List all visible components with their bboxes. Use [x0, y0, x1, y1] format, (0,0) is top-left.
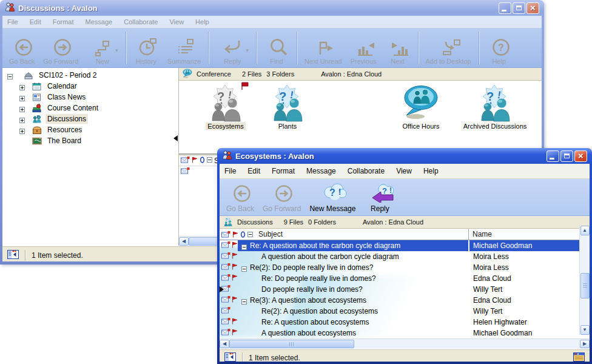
menu-message[interactable]: Message: [306, 167, 336, 175]
message-row[interactable]: Re(2): Do people really live in domes? M…: [220, 262, 590, 273]
panel-toggle-icon[interactable]: [7, 250, 19, 261]
toolbar-button-label: History: [136, 58, 156, 65]
scroll-right-icon[interactable]: ▶: [580, 340, 590, 348]
expand-box-icon[interactable]: [19, 84, 25, 89]
maximize-button[interactable]: [513, 2, 525, 14]
column-header[interactable]: Subject Name: [220, 229, 590, 240]
toolbar-separator: [126, 32, 126, 64]
toolbar-previous-button[interactable]: Previous: [346, 29, 381, 67]
conference-archived-discussions[interactable]: ?! Archived Discussions: [459, 84, 531, 130]
dropdown-arrow-icon[interactable]: ▾: [115, 47, 118, 53]
toolbar-go-back-button[interactable]: Go Back: [222, 180, 258, 215]
toolbar-reply-button[interactable]: ▾ Reply: [212, 29, 253, 67]
name-column-header[interactable]: Name: [468, 229, 590, 240]
conference-plants[interactable]: ?! Plants: [252, 84, 323, 130]
close-button[interactable]: [526, 2, 539, 14]
conference-office-hours[interactable]: Office Hours: [385, 84, 457, 130]
toolbar-find-button[interactable]: Find: [260, 29, 294, 67]
list-view-icon[interactable]: [573, 352, 585, 362]
read-marker-icon: [220, 286, 224, 292]
toolbar-next-unread-button[interactable]: Next Unread: [300, 29, 346, 67]
menu-view[interactable]: View: [169, 18, 184, 25]
scroll-up-icon[interactable]: ▲: [580, 226, 590, 235]
horizontal-scrollbar[interactable]: ◀ ▶: [220, 339, 590, 349]
vertical-scrollbar[interactable]: ▲ ▼: [579, 226, 590, 335]
collapse-thread-icon[interactable]: [241, 298, 247, 303]
expand-box-icon[interactable]: [19, 106, 25, 111]
close-button[interactable]: [574, 150, 587, 162]
expand-box-icon[interactable]: [19, 127, 25, 133]
tree-item-resources[interactable]: Resources: [2, 124, 178, 135]
toolbar-new-message-button[interactable]: ?! New Message: [305, 180, 360, 215]
message-row[interactable]: Re: Do people really live in domes? Edna…: [220, 273, 590, 284]
menu-help[interactable]: Help: [195, 18, 209, 25]
status-text: 1 Item selected.: [249, 354, 300, 362]
menu-help[interactable]: Help: [423, 167, 439, 175]
titlebar-ecosystems[interactable]: Ecosystems : Avalon: [220, 148, 590, 164]
expand-box-icon[interactable]: [19, 116, 25, 122]
tree-item-class-news[interactable]: Class News: [2, 92, 178, 103]
scroll-down-icon[interactable]: ▼: [580, 325, 590, 335]
toolbar-go-forward-button[interactable]: Go Forward: [258, 180, 305, 215]
collapse-thread-icon[interactable]: [241, 243, 247, 249]
tree-item-course-content[interactable]: Course Content: [2, 103, 178, 113]
svg-text:!: !: [338, 187, 341, 197]
menu-file[interactable]: File: [7, 18, 18, 25]
scroll-left-icon[interactable]: ◀: [179, 237, 189, 246]
message-author: Willy Tert: [468, 306, 590, 317]
titlebar-discussions[interactable]: Discussions : Avalon: [2, 0, 542, 16]
go-back-icon: [14, 38, 35, 58]
message-row[interactable]: A question about the carbon cycle diagra…: [220, 251, 590, 262]
toolbar-go-forward-button[interactable]: Go Forward: [39, 29, 82, 67]
toolbar-help-button[interactable]: ? Help: [482, 29, 516, 67]
menu-message[interactable]: Message: [86, 18, 113, 25]
flag-icon: [232, 318, 238, 326]
minimize-button[interactable]: [499, 2, 511, 14]
toolbar-summarize-button[interactable]: Summarize: [163, 29, 206, 67]
dropdown-arrow-icon[interactable]: ▾: [246, 47, 249, 53]
conference-ecosystems[interactable]: ?! Ecosystems: [190, 84, 261, 130]
menu-collaborate[interactable]: Collaborate: [348, 167, 385, 175]
maximize-button[interactable]: [560, 150, 573, 162]
unread-flag-icon: [241, 82, 249, 93]
menu-view[interactable]: View: [396, 167, 412, 175]
toolbar-separator: [479, 32, 479, 64]
toolbar-button-label: Go Forward: [263, 204, 301, 213]
message-row[interactable]: Re: A question about the carbon cycle di…: [220, 240, 590, 251]
scroll-left-icon[interactable]: ◀: [220, 340, 229, 348]
menu-edit[interactable]: Edit: [247, 167, 260, 175]
toolbar-add-to-desktop-button[interactable]: Add to Desktop: [422, 29, 476, 67]
menu-edit[interactable]: Edit: [30, 18, 41, 25]
toolbar-separator: [418, 32, 419, 64]
window-title: Ecosystems : Avalon: [235, 152, 543, 161]
collapse-thread-icon[interactable]: [241, 265, 247, 271]
subject-column-header[interactable]: Subject: [253, 230, 468, 238]
tree-root[interactable]: SCI102 - Period 2: [2, 70, 178, 81]
message-row[interactable]: Re: A question about ecosystems Helen Hi…: [220, 317, 590, 328]
minimize-button[interactable]: [547, 150, 559, 162]
toolbar-new-button[interactable]: ▾ New: [82, 29, 123, 67]
toolbar-go-back-button[interactable]: Go Back: [5, 29, 39, 67]
message-row[interactable]: Re(3): A question about ecosystems Edna …: [220, 295, 590, 306]
toolbar-next-button[interactable]: Next: [381, 29, 415, 67]
menu-file[interactable]: File: [224, 167, 236, 175]
tree-item-the-board[interactable]: The Board: [2, 135, 178, 146]
collapse-box-icon[interactable]: [7, 73, 13, 78]
panel-toggle-icon[interactable]: [224, 352, 236, 362]
scrollbar-thumb[interactable]: [229, 340, 354, 348]
message-author: Helen Highwater: [468, 317, 590, 328]
expand-box-icon[interactable]: [19, 95, 25, 100]
message-row[interactable]: A question about ecosystems Michael Good…: [220, 328, 590, 339]
message-row[interactable]: Re(2): A question about ecosystems Willy…: [220, 306, 590, 317]
tree-item-discussions[interactable]: ? Discussions: [2, 113, 178, 124]
menu-format[interactable]: Format: [53, 18, 74, 25]
message-row[interactable]: Do people really live in domes? Willy Te…: [220, 284, 590, 295]
splitter-collapse-icon[interactable]: [173, 135, 178, 141]
tree-item-calendar[interactable]: Calendar: [2, 81, 178, 92]
menu-collaborate[interactable]: Collaborate: [124, 18, 158, 25]
menu-format[interactable]: Format: [272, 167, 295, 175]
scrollbar-thumb[interactable]: [580, 273, 590, 298]
toolbar-reply-button[interactable]: ?! Reply: [360, 180, 400, 215]
window-ecosystems: Ecosystems : Avalon FileEditFormatMessag…: [217, 148, 592, 364]
toolbar-history-button[interactable]: History: [129, 29, 163, 67]
